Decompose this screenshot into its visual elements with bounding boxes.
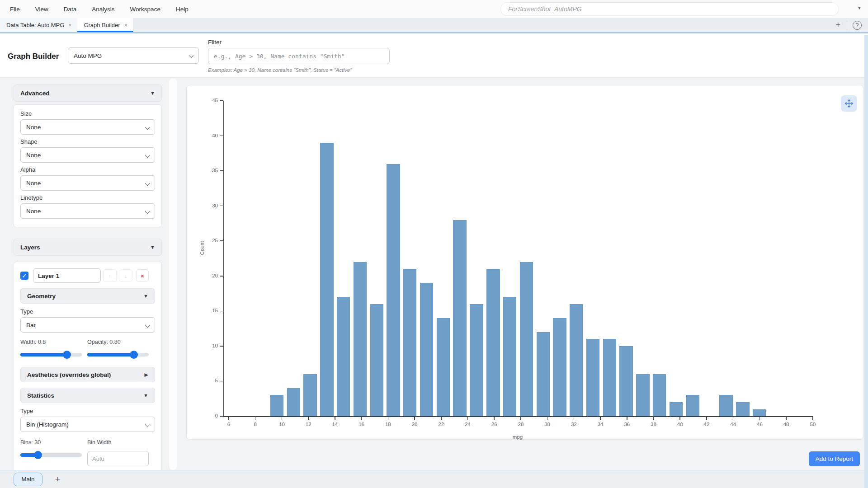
y-axis-tick-label: 20 (204, 273, 218, 278)
histogram-bar (670, 402, 683, 416)
tab-graph-builder[interactable]: Graph Builder × (77, 18, 133, 32)
tab-bar-divider (847, 21, 847, 30)
slider-thumb[interactable] (34, 451, 42, 459)
advanced-section-header[interactable]: Advanced ▼ (14, 84, 162, 102)
x-axis-tick (600, 417, 601, 420)
histogram-bar (653, 374, 666, 416)
y-axis-tick (220, 170, 223, 171)
chevron-down-icon (145, 125, 150, 130)
add-to-report-button[interactable]: Add to Report (809, 451, 860, 466)
x-axis-tick-label: 20 (408, 422, 421, 427)
slider-thumb[interactable] (63, 351, 71, 359)
y-axis-tick-label: 0 (204, 413, 218, 418)
menu-workspace[interactable]: Workspace (130, 6, 160, 13)
size-label: Size (20, 110, 155, 117)
linetype-select[interactable]: None (20, 203, 155, 219)
collapse-icon: ▼ (143, 293, 148, 299)
collapse-icon: ▼ (143, 393, 148, 398)
chevron-down-icon (145, 323, 150, 328)
geometry-type-select[interactable]: Bar (20, 317, 155, 333)
dataset-select[interactable]: Auto MPG (68, 47, 199, 64)
linetype-select-value: None (26, 208, 41, 215)
slider-thumb[interactable] (130, 351, 138, 359)
x-axis-tick (653, 417, 654, 420)
menu-file[interactable]: File (10, 6, 20, 13)
alpha-select-value: None (26, 180, 41, 187)
layers-section-title: Layers (20, 244, 40, 251)
menu-caret-icon[interactable]: ▼ (857, 5, 862, 10)
x-axis-tick-label: 36 (620, 422, 634, 427)
x-axis-title: mpg (223, 434, 812, 440)
layers-section-header[interactable]: Layers ▼ (14, 239, 162, 256)
menu-view[interactable]: View (35, 6, 48, 13)
y-axis-tick (220, 100, 223, 101)
x-axis-tick (335, 417, 335, 420)
layer-move-down-button[interactable]: ↓ (119, 269, 132, 282)
histogram-bar (537, 332, 550, 416)
x-axis-tick (574, 417, 575, 420)
size-select[interactable]: None (20, 119, 155, 135)
menu-analysis[interactable]: Analysis (92, 6, 114, 13)
histogram-bar (354, 262, 367, 416)
statistics-section-title: Statistics (27, 392, 54, 399)
layer-visible-checkbox[interactable]: ✓ (20, 272, 28, 280)
x-axis-tick-label: 10 (275, 422, 288, 427)
filter-label: Filter (208, 39, 222, 46)
workspace-name-field[interactable]: ForScreenShot_AutoMPG (500, 2, 839, 16)
menu-help[interactable]: Help (176, 6, 189, 13)
help-icon[interactable]: ? (853, 21, 862, 30)
histogram-bar (686, 395, 699, 416)
y-axis-line (223, 101, 224, 417)
geometry-section-header[interactable]: Geometry ▼ (20, 288, 155, 304)
collapse-icon: ▶ (145, 372, 148, 378)
y-axis-tick (220, 381, 223, 382)
x-axis-tick (255, 417, 256, 420)
chevron-down-icon (145, 422, 150, 427)
statistics-type-value: Bin (Histogram) (26, 421, 69, 428)
geometry-type-value: Bar (26, 322, 36, 328)
histogram-bar (736, 402, 749, 416)
histogram-bar (570, 304, 583, 416)
close-icon[interactable]: × (68, 22, 71, 28)
histogram-bar (603, 339, 616, 416)
histogram-bar (453, 220, 466, 416)
main-scrollbar[interactable] (864, 35, 868, 488)
layer-move-up-button[interactable]: ↑ (103, 269, 117, 282)
layer-row: ✓ ↑ ↓ × (20, 268, 155, 283)
tab-main[interactable]: Main (14, 473, 42, 486)
filter-input[interactable] (208, 48, 390, 64)
add-workspace-tab-button[interactable]: + (55, 474, 60, 484)
statistics-type-select[interactable]: Bin (Histogram) (20, 417, 155, 432)
bar-opacity-slider[interactable] (87, 351, 149, 359)
statistics-section-header[interactable]: Statistics ▼ (20, 388, 155, 403)
x-axis-tick (282, 417, 283, 420)
main-content: Advanced ▼ Size None Shape None Alpha No… (0, 78, 868, 470)
new-tab-button[interactable]: + (829, 20, 847, 30)
bar-width-slider[interactable] (20, 351, 82, 359)
bin-width-input[interactable] (87, 451, 149, 466)
layer-name-input[interactable] (33, 268, 101, 283)
close-icon[interactable]: × (124, 22, 127, 28)
pan-tool-button[interactable] (841, 95, 857, 112)
alpha-select[interactable]: None (20, 175, 155, 191)
sidebar-scrollbar[interactable] (169, 78, 177, 470)
y-axis-tick (220, 346, 223, 347)
tab-data-table[interactable]: Data Table: Auto MPG × (0, 18, 77, 32)
bins-slider[interactable] (20, 451, 82, 459)
aesthetics-section-header[interactable]: Aesthetics (overrides global) ▶ (20, 367, 155, 382)
y-axis-tick-label: 5 (204, 378, 218, 383)
y-axis-tick (220, 276, 223, 277)
x-axis-tick (520, 417, 521, 420)
layer-delete-button[interactable]: × (136, 269, 149, 282)
histogram-bar (287, 388, 300, 416)
x-axis-tick (733, 417, 734, 420)
menu-data[interactable]: Data (64, 6, 77, 13)
workspace-tab-bar: Main + (0, 470, 868, 488)
x-axis-tick (706, 417, 707, 420)
histogram-bar (553, 318, 566, 416)
shape-select[interactable]: None (20, 147, 155, 163)
app-window: File View Data Analysis Workspace Help F… (0, 0, 868, 488)
workspace-name-text: ForScreenShot_AutoMPG (508, 5, 582, 13)
geometry-type-label: Type (20, 308, 155, 315)
chevron-down-icon (145, 181, 150, 186)
